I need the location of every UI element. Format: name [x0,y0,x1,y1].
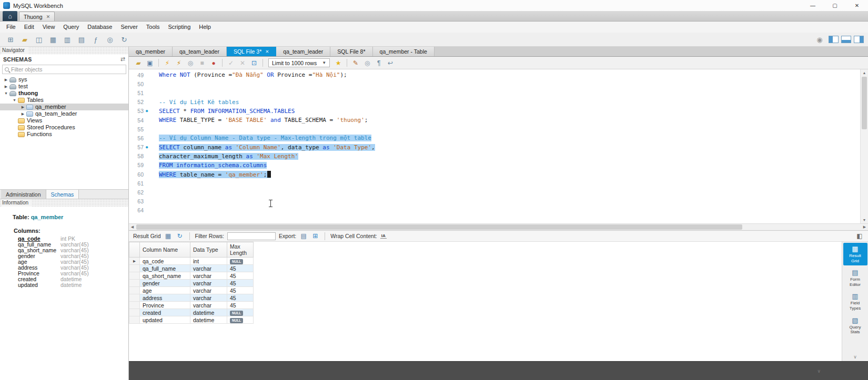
stop-on-error-icon[interactable]: ● [208,58,219,68]
rollback-icon[interactable]: ✕ [237,58,248,68]
grid-row[interactable]: ▶qa_codeintNULL [129,258,254,265]
grid-row[interactable]: gendervarchar45 [129,280,254,287]
code-line[interactable]: 50 [129,79,860,88]
limit-rows-dropdown[interactable]: Limit to 1000 rows▼ [268,58,330,67]
cell-max-length[interactable]: 45 [227,294,254,302]
grid-column-header[interactable]: Data Type [190,242,227,258]
cell-column-name[interactable]: qa_full_name [140,265,190,272]
refresh-schemas-icon[interactable]: ⇄ [120,56,125,63]
menu-item-database[interactable]: Database [83,22,116,33]
code-line[interactable]: 63 [129,197,860,206]
open-sql-script-icon[interactable]: ▰ [18,34,31,45]
cell-max-length[interactable]: 45 [227,265,254,272]
chevron-collapsed-icon[interactable]: ▶ [3,76,9,83]
tree-item-views[interactable]: Views [0,117,128,124]
code-line[interactable]: 62 [129,188,860,197]
code-line[interactable]: 64 [129,206,860,215]
tree-item-sys[interactable]: ▶sys [0,76,128,83]
toggle-bottom-panel-icon[interactable] [841,36,851,43]
connection-tab-thuong[interactable]: Thuong ✕ [19,12,55,21]
save-snippet-icon[interactable]: ★ [333,58,344,68]
commit-icon[interactable]: ✓ [226,58,236,68]
filter-rows-input[interactable] [227,232,276,240]
editor-tab-qa-member-1[interactable]: qa_member [129,47,173,56]
scroll-left-icon[interactable]: ◀ [129,224,136,231]
editor-tab-qa-team-leader-4[interactable]: qa_team_leader [276,47,330,56]
menu-item-server[interactable]: Server [116,22,142,33]
cell-data-type[interactable]: datetime [190,316,227,324]
minimize-button[interactable]: — [802,0,824,11]
code-line[interactable]: 51 [129,88,860,97]
cell-data-type[interactable]: varchar [190,302,227,309]
tree-item-qa-member[interactable]: ▶qa_member [0,104,128,110]
cell-column-name[interactable]: address [140,294,190,302]
row-selector[interactable] [129,309,140,316]
create-table-icon[interactable]: ▦ [47,34,59,45]
vertical-scroll-thumb[interactable] [862,77,867,129]
chevron-expanded-icon[interactable]: ▼ [3,90,9,97]
menu-item-query[interactable]: Query [59,22,83,33]
editor-horizontal-scrollbar[interactable]: ◀ ▶ [129,223,868,230]
cell-data-type[interactable]: varchar [190,294,227,302]
sql-editor[interactable]: 49Where NOT (Province ="Đà Nẵng" OR Prov… [129,69,868,223]
refresh-icon[interactable]: ↻ [176,232,184,240]
side-button-field-types[interactable]: ▥FieldTypes [843,290,867,313]
cell-column-name[interactable]: Province [140,302,190,309]
code-line[interactable]: 56-- Ví dụ Column Name - Data type - Max… [129,133,860,142]
collapse-result-panel-icon[interactable]: ◧ [855,232,864,240]
editor-tab-sql-file-8-5[interactable]: SQL File 8* [330,47,372,56]
cell-data-type[interactable]: datetime [190,309,227,316]
editor-vertical-scrollbar[interactable]: ▲ ▼ [860,69,868,223]
grid-column-header[interactable]: Column Name [140,242,190,258]
grid-column-header[interactable]: Max Length [227,242,254,258]
side-button-query-stats[interactable]: ▧QueryStats [843,314,867,337]
row-selector[interactable] [129,316,140,324]
save-script-icon[interactable]: ▣ [145,58,155,68]
close-button[interactable]: ✕ [846,0,868,11]
cell-max-length[interactable]: 45 [227,287,254,294]
code-line[interactable]: 57●SELECT column_name as 'Column Name', … [129,143,860,152]
code-line[interactable]: 58character_maximum_length as 'Max Lengt… [129,152,860,161]
cell-max-length[interactable]: 45 [227,272,254,280]
reconnect-dbms-icon[interactable]: ↻ [118,34,130,45]
wrap-text-icon[interactable]: ↩ [385,58,396,68]
close-tab-icon[interactable]: ✕ [265,49,269,54]
menu-item-scripting[interactable]: Scripting [164,22,195,33]
code-line[interactable]: 61 [129,179,860,188]
cell-max-length[interactable]: 45 [227,280,254,287]
chevron-collapsed-icon[interactable]: ▶ [20,110,26,117]
row-selector[interactable] [129,265,140,272]
maximize-button[interactable]: ▢ [824,0,846,11]
new-sql-tab-icon[interactable]: ⊞ [4,34,17,45]
tree-item-test[interactable]: ▶test [0,83,128,90]
cell-column-name[interactable]: qa_short_name [140,272,190,280]
connection-tab-close-icon[interactable]: ✕ [46,14,51,19]
grid-row[interactable]: Provincevarchar45 [129,302,254,309]
code-line[interactable]: 59FROM information_schema.columns [129,161,860,170]
cell-data-type[interactable]: varchar [190,280,227,287]
beautify-query-icon[interactable]: ✎ [350,58,361,68]
row-selector[interactable] [129,294,140,302]
cell-column-name[interactable]: age [140,287,190,294]
open-script-icon[interactable]: ▰ [133,58,144,68]
create-schema-icon[interactable]: ◫ [33,34,45,45]
stop-icon[interactable]: ■ [197,58,207,68]
cell-column-name[interactable]: gender [140,280,190,287]
editor-tab-qa-member-table-6[interactable]: qa_member - Table [373,47,435,56]
menu-item-view[interactable]: View [38,22,59,33]
import-icon[interactable]: ⊞ [311,232,319,240]
tree-item-stored-procedures[interactable]: Stored Procedures [0,124,128,131]
editor-tab-qa-team-leader-2[interactable]: qa_team_leader [173,47,227,56]
explain-icon[interactable]: ◎ [185,58,196,68]
tree-item-thuong[interactable]: ▼thuong [0,90,128,97]
sidebar-tab-schemas[interactable]: Schemas [46,190,79,199]
toggle-right-sidebar-icon[interactable] [854,36,864,43]
chevron-down-icon[interactable]: ∨ [853,354,857,361]
cell-column-name[interactable]: created [140,309,190,316]
row-selector[interactable] [129,302,140,309]
find-icon[interactable]: ◎ [362,58,372,68]
wrap-cell-content-icon[interactable]: ΙA [380,233,387,239]
cell-data-type[interactable]: varchar [190,287,227,294]
code-line[interactable]: 52-- Ví dụ Liệt Kê tables [129,98,860,107]
menu-item-edit[interactable]: Edit [20,22,38,33]
